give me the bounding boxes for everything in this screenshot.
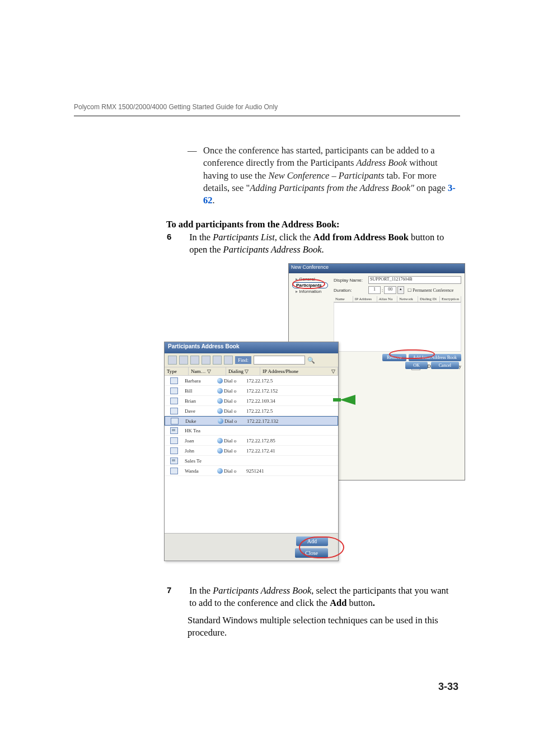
search-icon[interactable]: 🔍 [307, 356, 315, 364]
table-row[interactable]: Duke Dial o172.22.172.132 [165, 416, 338, 426]
callout-participants-tab [292, 279, 325, 289]
globe-icon [218, 418, 223, 424]
bullet-text-4: on page [414, 183, 448, 193]
col-network[interactable]: Network [397, 296, 418, 302]
row-dialing: Dial o [217, 408, 246, 414]
display-name-label: Display Name: [334, 278, 368, 283]
table-row[interactable]: Brian Dial o172.22.169.34 [165, 396, 338, 406]
globe-icon [217, 378, 223, 384]
duration-sep: : [382, 288, 383, 293]
pab-col-ip[interactable]: IP Address/Phone▽ [260, 367, 338, 375]
row-ip: 172.22.172.85 [246, 438, 338, 444]
step-6-text: In the Participants List, click the Add … [189, 231, 458, 256]
row-type-icon [165, 468, 184, 474]
find-input[interactable] [254, 356, 305, 365]
table-row[interactable]: John Dial o172.22.172.41 [165, 446, 338, 456]
cancel-button[interactable]: Cancel [431, 362, 459, 369]
permanent-conference-label: Permanent Conference [413, 288, 453, 293]
table-row[interactable]: Wanda Dial o9251241 [165, 466, 338, 476]
participant-icon [170, 468, 178, 474]
header-rule [74, 115, 460, 116]
svg-rect-1 [333, 398, 341, 402]
row-name: Wanda [184, 468, 217, 474]
globe-icon [217, 468, 223, 474]
step6-a: In the [189, 232, 213, 242]
nav-information-label: Information [299, 289, 321, 294]
participants-grid-header: Name IP Address Alias Na Network Dialing… [334, 296, 461, 302]
toolbar-icon-1[interactable] [168, 356, 177, 365]
row-ip: 172.22.172.152 [246, 388, 338, 394]
pab-col-dialing[interactable]: Dialing ▽ [226, 367, 260, 375]
col-dialing[interactable]: Dialing Di [418, 296, 440, 302]
duration-mins[interactable]: 00 [384, 286, 396, 294]
row-dialing: Dial o [217, 468, 246, 474]
col-ip[interactable]: IP Address [353, 296, 377, 302]
row-dialing: Dial o [217, 388, 246, 394]
duration-label: Duration: [334, 288, 368, 293]
permanent-conference-checkbox[interactable]: ☐ Permanent Conference [407, 288, 453, 293]
participant-icon [170, 437, 178, 444]
page-number: 3-33 [438, 681, 458, 693]
step-number-6: 6 [167, 231, 187, 242]
step6-tail: . [322, 244, 324, 255]
participant-icon [170, 447, 178, 454]
participant-icon [170, 388, 178, 394]
step7-c: button [346, 598, 372, 608]
row-type-icon [165, 398, 184, 404]
ok-button[interactable]: OK [405, 362, 428, 369]
table-row[interactable]: Joan Dial o172.22.172.85 [165, 436, 338, 446]
col-alias[interactable]: Alias Na [377, 296, 398, 302]
row-ip: 172.22.172.5 [246, 408, 338, 414]
row-name: HK Tea [184, 428, 217, 433]
display-name-input[interactable]: SUPPORT_11217604B [368, 276, 461, 284]
row-name: Dave [184, 408, 217, 414]
dialog-title: New Conference [289, 264, 465, 273]
duration-spinner[interactable]: ▴ [397, 286, 404, 294]
row-type-icon [165, 408, 184, 414]
row-type-icon [165, 418, 184, 424]
row-name: Sales Te [184, 458, 217, 464]
row-type-icon [165, 458, 184, 464]
embedded-screenshot: New Conference ▸ General Participants ▸ … [164, 263, 464, 560]
svg-marker-0 [340, 395, 355, 405]
table-row[interactable]: Sales Te [165, 456, 338, 466]
toolbar-icon-2[interactable] [179, 356, 188, 365]
step-number-7: 7 [167, 585, 187, 596]
row-ip: 172.22.172.132 [247, 418, 338, 424]
col-encryption[interactable]: Encryption [440, 296, 461, 302]
toolbar-icon-4[interactable] [202, 356, 210, 365]
row-ip: 172.22.169.34 [246, 398, 338, 404]
table-row[interactable]: Barbara Dial o172.22.172.5 [165, 376, 338, 386]
row-type-icon [165, 427, 184, 434]
row-dialing: Dial o [217, 438, 246, 444]
bullet-tail: . [213, 195, 215, 206]
bullet-em-3: Adding Participants from the Address Boo… [250, 183, 414, 193]
paragraph-selection-tip: Standard Windows multiple selection tech… [188, 614, 460, 640]
table-row[interactable]: HK Tea [165, 426, 338, 436]
pab-col-type[interactable]: Type [165, 367, 189, 375]
col-name[interactable]: Name [334, 296, 353, 302]
step6-b: click the [277, 232, 313, 242]
globe-icon [217, 438, 223, 444]
pab-col-name[interactable]: Nam… ▽ [189, 367, 226, 375]
pab-title: Participants Address Book [165, 342, 338, 353]
toolbar-icon-5[interactable] [213, 356, 222, 365]
pab-grid-body: Barbara Dial o172.22.172.5Bill Dial o172… [165, 376, 338, 533]
table-row[interactable]: Dave Dial o172.22.172.5 [165, 406, 338, 416]
row-type-icon [165, 388, 184, 394]
duration-hours[interactable]: 1 [368, 286, 381, 294]
row-dialing: Dial o [217, 398, 246, 404]
row-name: John [184, 448, 217, 454]
bullet-em-1: Address Book [357, 157, 407, 168]
pab-col-ip-label: IP Address/Phone [263, 368, 298, 374]
step6-em1: Participants List, [213, 232, 277, 242]
table-row[interactable]: Bill Dial o172.22.172.152 [165, 386, 338, 396]
toolbar-icon-6[interactable] [224, 356, 233, 365]
row-name: Brian [184, 398, 217, 404]
bullet-paragraph: — Once the conference has started, parti… [188, 144, 460, 207]
step6-em2: Participants Address Book [223, 244, 322, 255]
globe-icon [217, 448, 223, 454]
step6-strong: Add from Address Book [313, 232, 409, 242]
toolbar-icon-3[interactable] [190, 356, 199, 365]
nav-information[interactable]: ▸ Information [292, 288, 328, 295]
